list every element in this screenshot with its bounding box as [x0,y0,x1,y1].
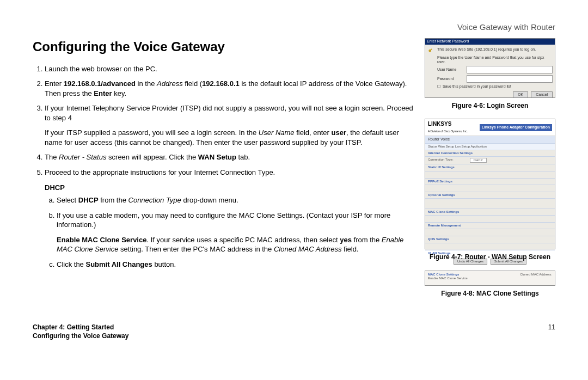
dhcp-heading: DHCP [45,183,414,193]
save-password-checkbox[interactable]: ☐ [437,84,440,89]
figure-4-6: Enter Network Password This secure Web S… [425,38,555,98]
step-4: The Router - Status screen will appear. … [45,152,414,162]
login-dialog-title: Enter Network Password [425,39,555,44]
step-1: Launch the web browser on the PC. [45,64,414,74]
figure-4-7-caption: Figure 4-7: Router - WAN Setup Screen [425,253,555,261]
step-2: Enter 192.168.0.1/advanced in the Addres… [45,79,414,98]
page-footer: Chapter 4: Getting Started Configuring t… [33,323,555,340]
step-3: If your Internet Telephony Service Provi… [45,103,414,122]
dhcp-list-cont: Click the Submit All Changes button. [45,260,414,269]
router-voice-tabs[interactable]: Router Voice [425,136,555,143]
figure-4-7: LINKSYS A Division of Cisco Systems, Inc… [425,119,555,249]
dhcp-b-extra: Enable MAC Clone Service. If your servic… [57,235,414,254]
figure-4-8-caption: Figure 4-8: MAC Clone Settings [425,289,555,298]
main-content: Configuring the Voice Gateway Launch the… [33,38,414,307]
dhcp-list: Select DHCP from the Connection Type dro… [45,195,414,230]
dhcp-a: Select DHCP from the Connection Type dro… [57,195,414,205]
cancel-button[interactable]: Cancel [531,91,553,98]
connection-type-select[interactable]: DHCP [470,158,487,163]
figure-4-8: MAC Clone Settings Enable MAC Clone Serv… [425,271,555,286]
linksys-logo: LINKSYS [428,121,451,127]
username-field[interactable] [467,66,553,73]
password-field[interactable] [467,75,553,83]
page-title: Configuring the Voice Gateway [33,38,414,56]
step-5: Proceed to the appropriate instructions … [45,168,414,177]
product-name: Voice Gateway with Router [457,22,555,33]
username-label: User Name [437,68,464,72]
footer-chapter: Chapter 4: Getting Started [33,323,128,332]
footer-section: Configuring the Voice Gateway [33,332,128,340]
steps-list-cont: The Router - Status screen will appear. … [33,152,414,177]
page-number: 11 [548,323,555,340]
step-3-extra: If your ITSP supplied a password, you wi… [45,128,414,147]
steps-list: Launch the web browser on the PC. Enter … [33,64,414,123]
figures-column: Enter Network Password This secure Web S… [425,38,555,307]
figure-4-6-caption: Figure 4-6: Login Screen [425,101,555,110]
dhcp-c: Click the Submit All Changes button. [57,260,414,269]
dhcp-b: If you use a cable modem, you may need t… [57,211,414,230]
wan-setup-subtabs[interactable]: Status Wan Setup Lan Setup Application [428,145,487,149]
ok-button[interactable]: OK [513,91,528,98]
password-label: Password [437,77,464,81]
key-icon [427,46,435,54]
